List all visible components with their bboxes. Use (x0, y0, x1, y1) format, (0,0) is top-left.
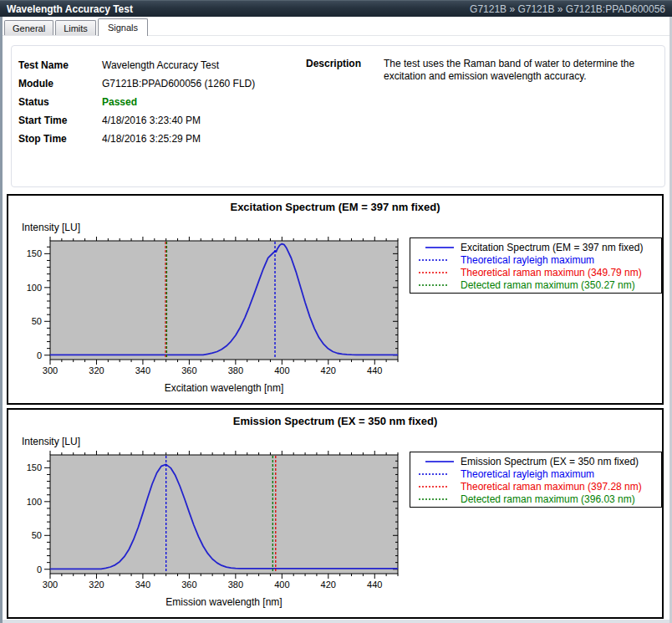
description-block: Description The test uses the Raman band… (306, 58, 657, 83)
plot-area (50, 241, 398, 360)
y-tick-label: 100 (27, 283, 42, 293)
module-label: Module (18, 78, 102, 89)
excitation-legend: Excitation Spectrum (EM = 397 nm fixed)T… (410, 237, 662, 294)
excitation-spectrum-panel: Excitation Spectrum (EM = 397 nm fixed) … (7, 194, 664, 405)
window-title: Wavelength Accuracy Test (7, 3, 133, 15)
legend-line-icon (417, 493, 456, 504)
legend-line-icon (417, 267, 456, 278)
info-row-stop-time: Stop Time 4/18/2016 3:25:29 PM (18, 130, 255, 148)
legend-label: Emission Spectrum (EX = 350 nm fixed) (461, 456, 639, 467)
info-row-test-name: Test Name Wavelength Accuracy Test (18, 56, 255, 74)
y-tick-label: 150 (27, 462, 42, 472)
window-border-left (0, 17, 3, 623)
x-tick-label: 340 (135, 365, 150, 375)
legend-line-icon (417, 254, 456, 265)
x-tick-label: 400 (274, 580, 289, 590)
x-axis-label: Excitation wavelength [nm] (165, 382, 284, 394)
legend-label: Theoretical raman maximun (397.28 nm) (461, 481, 642, 493)
legend-label: Theoretical rayleigh maximum (461, 468, 594, 480)
legend-item: Detected raman maximum (350.27 nm) (417, 278, 661, 291)
excitation-chart-title: Excitation Spectrum (EM = 397 nm fixed) (8, 201, 662, 213)
title-bar: Wavelength Accuracy Test G7121B » G7121B… (0, 0, 672, 17)
test-info-panel: Test Name Wavelength Accuracy Test Modul… (11, 45, 665, 187)
info-row-start-time: Start Time 4/18/2016 3:23:40 PM (18, 111, 255, 130)
x-tick-label: 420 (321, 580, 336, 590)
x-tick-label: 320 (89, 365, 104, 375)
emission-legend: Emission Spectrum (EX = 350 nm fixed)The… (410, 452, 662, 508)
description-text: The test uses the Raman band of water to… (384, 58, 657, 83)
legend-label: Theoretical raman maximun (349.79 nm) (461, 267, 642, 278)
legend-line-icon (417, 242, 456, 253)
legend-line-icon (417, 279, 456, 290)
start-time-value: 4/18/2016 3:23:40 PM (102, 115, 201, 126)
legend-item: Theoretical raman maximun (397.28 nm) (417, 480, 661, 493)
y-axis-label: Intensity [LU] (22, 222, 80, 233)
x-tick-label: 300 (43, 365, 58, 375)
y-tick-label: 50 (32, 530, 42, 540)
tab-signals[interactable]: Signals (98, 18, 148, 36)
emission-chart: 300320340360380400420440050100150Intensi… (8, 428, 410, 619)
y-tick-label: 150 (27, 248, 42, 258)
excitation-chart: 300320340360380400420440050100150Intensi… (8, 214, 410, 405)
stop-time-value: 4/18/2016 3:25:29 PM (102, 133, 201, 145)
legend-item: Theoretical raman maximun (349.79 nm) (417, 266, 661, 278)
window-border-bottom (3, 620, 669, 623)
legend-label: Detected raman maximum (350.27 nm) (461, 279, 635, 291)
tab-general[interactable]: General (4, 20, 53, 35)
info-row-module: Module G7121B:PPAD600056 (1260 FLD) (18, 74, 255, 93)
x-tick-label: 400 (274, 365, 289, 375)
legend-label: Theoretical rayleigh maximum (461, 254, 594, 266)
legend-line-icon (417, 468, 456, 479)
y-tick-label: 0 (37, 350, 42, 360)
x-tick-label: 440 (367, 580, 382, 590)
legend-item: Theoretical rayleigh maximum (417, 467, 661, 480)
plot-area (50, 455, 398, 574)
y-axis-label: Intensity [LU] (22, 436, 80, 447)
info-row-status: Status Passed (18, 93, 255, 111)
x-tick-label: 440 (367, 365, 382, 375)
status-label: Status (18, 96, 102, 108)
breadcrumb: G7121B » G7121B » G7121B:PPAD600056 (470, 3, 665, 15)
legend-item: Excitation Spectrum (EM = 397 nm fixed) (417, 241, 661, 253)
start-time-label: Start Time (18, 115, 102, 126)
y-tick-label: 50 (32, 316, 42, 326)
x-tick-label: 320 (89, 580, 104, 590)
y-tick-label: 100 (27, 497, 42, 507)
legend-line-icon (417, 456, 456, 467)
emission-spectrum-panel: Emission Spectrum (EX = 350 nm fixed) 30… (7, 408, 664, 619)
x-tick-label: 360 (181, 365, 196, 375)
test-name-label: Test Name (18, 59, 102, 71)
x-tick-label: 420 (321, 365, 336, 375)
x-tick-label: 360 (181, 580, 196, 590)
x-tick-label: 340 (135, 580, 150, 590)
legend-item: Emission Spectrum (EX = 350 nm fixed) (417, 455, 661, 467)
emission-chart-title: Emission Spectrum (EX = 350 nm fixed) (8, 415, 662, 427)
legend-line-icon (417, 481, 456, 492)
stop-time-label: Stop Time (18, 133, 102, 145)
test-info-rows: Test Name Wavelength Accuracy Test Modul… (18, 56, 255, 148)
x-tick-label: 300 (43, 580, 58, 590)
legend-label: Detected raman maximum (396.03 nm) (461, 493, 635, 505)
legend-label: Excitation Spectrum (EM = 397 nm fixed) (461, 242, 643, 253)
description-label: Description (306, 58, 384, 83)
tab-limits[interactable]: Limits (55, 20, 96, 35)
legend-item: Detected raman maximum (396.03 nm) (417, 493, 661, 505)
status-badge: Passed (102, 96, 137, 108)
x-axis-label: Emission wavelength [nm] (165, 596, 282, 608)
y-tick-label: 0 (37, 564, 42, 574)
x-tick-label: 380 (228, 365, 243, 375)
legend-item: Theoretical rayleigh maximum (417, 253, 661, 266)
x-tick-label: 380 (228, 580, 243, 590)
module-value: G7121B:PPAD600056 (1260 FLD) (102, 78, 255, 89)
test-name-value: Wavelength Accuracy Test (102, 59, 219, 71)
tab-strip: General Limits Signals (3, 18, 669, 36)
